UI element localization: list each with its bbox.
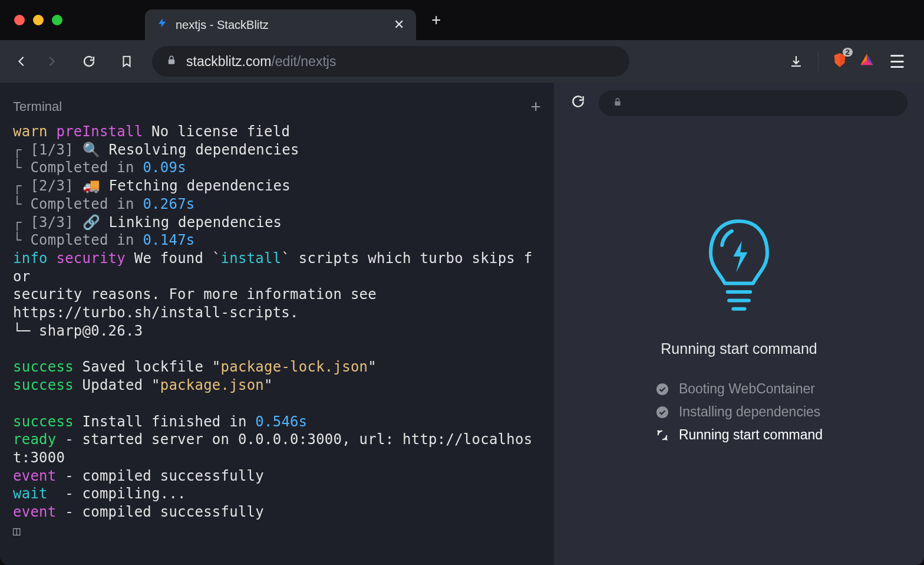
- boot-steps: Booting WebContainer Installing dependen…: [655, 381, 823, 443]
- reload-button[interactable]: [80, 52, 98, 70]
- step-boot-webcontainer: Booting WebContainer: [655, 381, 823, 397]
- preview-reload-button[interactable]: [570, 94, 586, 113]
- close-window-button[interactable]: [14, 15, 25, 25]
- check-icon: [655, 405, 669, 419]
- preview-pane: Running start command Booting WebContain…: [554, 83, 924, 565]
- step-install-deps: Installing dependencies: [655, 404, 823, 420]
- tab-title: nextjs - StackBlitz: [176, 18, 394, 32]
- separator: [818, 52, 819, 71]
- url-text: stackblitz.com/edit/nextjs: [186, 54, 336, 70]
- minimize-window-button[interactable]: [33, 15, 44, 25]
- bookmark-button[interactable]: [118, 52, 136, 70]
- svg-rect-0: [169, 59, 175, 64]
- browser-toolbar: stackblitz.com/edit/nextjs 2 ☰: [0, 40, 924, 83]
- toolbar-extensions: 2 ☰: [787, 51, 906, 72]
- terminal-header: Terminal +: [0, 83, 554, 119]
- step-label: Booting WebContainer: [679, 381, 815, 397]
- check-icon: [655, 382, 669, 396]
- svg-point-5: [656, 383, 668, 395]
- preview-status-heading: Running start command: [661, 340, 817, 357]
- back-button[interactable]: [13, 52, 31, 70]
- preview-address-bar[interactable]: [599, 90, 908, 116]
- brave-rewards-icon[interactable]: [859, 52, 875, 71]
- lightbulb-bolt-icon: [704, 214, 774, 323]
- step-label: Running start command: [679, 427, 823, 443]
- split-pane-icon[interactable]: ◫: [13, 524, 20, 538]
- svg-point-6: [656, 406, 668, 418]
- tab-strip: nextjs - StackBlitz ✕ +: [0, 0, 924, 40]
- preview-toolbar: [554, 83, 924, 124]
- terminal-pane: Terminal + warn preInstall No license fi…: [0, 83, 554, 565]
- step-label: Installing dependencies: [679, 404, 820, 420]
- new-terminal-button[interactable]: +: [530, 97, 541, 117]
- terminal-title: Terminal: [13, 99, 62, 114]
- svg-rect-1: [615, 101, 620, 105]
- step-run-start: Running start command: [655, 427, 823, 443]
- tab-close-button[interactable]: ✕: [394, 17, 404, 32]
- bolt-icon: [157, 17, 167, 33]
- window-controls: [14, 15, 62, 25]
- preview-body: Running start command Booting WebContain…: [554, 124, 924, 565]
- lock-icon: [613, 97, 622, 110]
- forward-button[interactable]: [42, 52, 60, 70]
- brave-shield-icon[interactable]: 2: [831, 51, 848, 71]
- maximize-window-button[interactable]: [52, 15, 62, 25]
- terminal-output[interactable]: warn preInstall No license field ┌ [1/3]…: [0, 119, 554, 565]
- shield-badge: 2: [843, 48, 853, 57]
- lock-icon: [166, 54, 177, 69]
- address-bar[interactable]: stackblitz.com/edit/nextjs: [152, 46, 629, 77]
- menu-button[interactable]: ☰: [889, 51, 905, 72]
- spinner-icon: [655, 428, 669, 442]
- download-icon[interactable]: [787, 52, 805, 70]
- browser-tab[interactable]: nextjs - StackBlitz ✕: [145, 9, 416, 40]
- new-tab-button[interactable]: +: [431, 11, 441, 29]
